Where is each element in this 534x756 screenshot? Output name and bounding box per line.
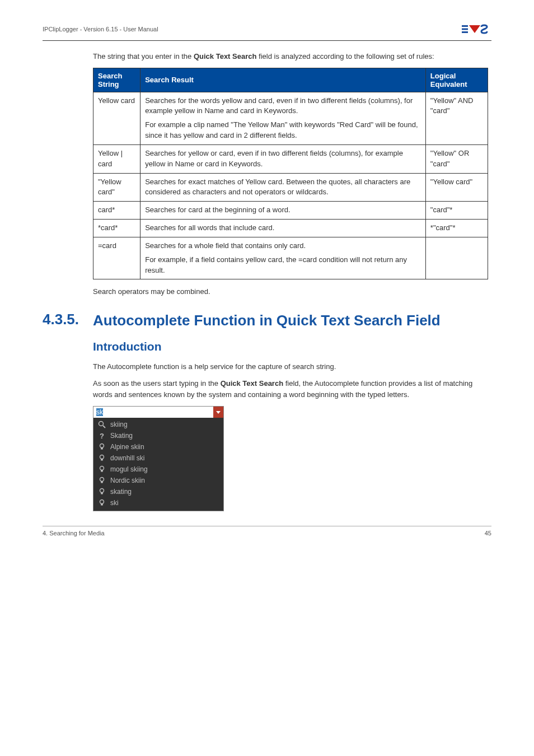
- svg-line-4: [103, 426, 105, 428]
- autocomplete-example: sk skiing ? Skating: [93, 406, 224, 511]
- svg-point-3: [99, 422, 104, 426]
- cell-search-string: "Yellow card": [93, 173, 140, 202]
- autocomplete-input-value: sk: [96, 408, 103, 416]
- intro-text-before: The string that you enter in the: [93, 52, 194, 60]
- bulb-icon: [98, 488, 106, 496]
- page-footer: 4. Searching for Media 45: [43, 526, 491, 536]
- bulb-icon: [98, 499, 106, 507]
- table-row: =card Searches for a whole field that co…: [93, 237, 488, 279]
- paragraph: The Autocomplete function is a help serv…: [93, 361, 488, 372]
- autocomplete-item-label: mogul skiing: [110, 465, 148, 473]
- svg-point-8: [100, 455, 104, 459]
- page-header: IPClipLogger - Version 6.15 - User Manua…: [43, 21, 491, 41]
- cell-search-result: Searches for yellow or card, even if in …: [140, 144, 426, 173]
- autocomplete-input[interactable]: sk: [93, 407, 213, 418]
- cell-logical-equivalent: [425, 237, 488, 279]
- cell-search-result: Searches for a whole field that contains…: [140, 237, 426, 279]
- cell-search-string: Yellow | card: [93, 144, 140, 173]
- autocomplete-item[interactable]: ski: [93, 497, 223, 508]
- autocomplete-item-label: Nordic skiin: [110, 477, 145, 484]
- autocomplete-item-label: Skating: [110, 432, 133, 440]
- cell-para: Searches for card at the beginning of a …: [145, 205, 421, 216]
- section-heading-row: 4.3.5. Autocomplete Function in Quick Te…: [43, 311, 491, 330]
- search-rules-table: Search String Search Result Logical Equi…: [93, 68, 488, 280]
- cell-search-result: Searches for the words yellow and card, …: [140, 92, 426, 144]
- svg-rect-15: [101, 493, 103, 494]
- cell-search-result: Searches for all words that include card…: [140, 220, 426, 237]
- svg-rect-0: [462, 25, 468, 27]
- subsection-title: Introduction: [93, 340, 488, 353]
- autocomplete-item-label: skating: [110, 488, 132, 496]
- autocomplete-item[interactable]: Alpine skiin: [93, 441, 223, 452]
- autocomplete-item-label: downhill ski: [110, 454, 144, 462]
- svg-point-6: [100, 444, 104, 448]
- cell-logical-equivalent: "Yellow" AND "card": [425, 92, 488, 144]
- table-row: Yellow card Searches for the words yello…: [93, 92, 488, 144]
- autocomplete-item[interactable]: skating: [93, 486, 223, 497]
- section-number: 4.3.5.: [43, 311, 93, 328]
- magnifier-icon: [98, 421, 106, 428]
- svg-point-12: [100, 478, 104, 482]
- cell-search-result: Searches for card at the beginning of a …: [140, 202, 426, 220]
- cell-para: Searches for the words yellow and card, …: [145, 96, 421, 117]
- table-row: "Yellow card" Searches for exact matches…: [93, 173, 488, 202]
- svg-rect-13: [101, 482, 103, 483]
- bulb-icon: [98, 454, 106, 462]
- operators-combined-note: Search operators may be combined.: [93, 287, 488, 296]
- autocomplete-item[interactable]: mogul skiing: [93, 464, 223, 475]
- svg-point-16: [100, 500, 104, 504]
- col-header-search-result: Search Result: [140, 68, 426, 92]
- autocomplete-dropdown-button[interactable]: [213, 407, 223, 418]
- autocomplete-item-label: skiing: [110, 421, 128, 428]
- autocomplete-item[interactable]: ? Skating: [93, 430, 223, 441]
- para2-text1: As soon as the users start typing in the: [93, 379, 221, 388]
- table-row: card* Searches for card at the beginning…: [93, 202, 488, 220]
- autocomplete-item-label: Alpine skiin: [110, 443, 144, 451]
- chevron-down-icon: [216, 411, 221, 414]
- svg-point-14: [100, 489, 104, 493]
- col-header-logical-equivalent: Logical Equivalent: [425, 68, 488, 92]
- footer-page-number: 45: [485, 530, 491, 536]
- intro-bold: Quick Text Search: [194, 52, 256, 60]
- table-row: Yellow | card Searches for yellow or car…: [93, 144, 488, 173]
- autocomplete-list: skiing ? Skating Alpine skiin: [93, 418, 223, 511]
- cell-logical-equivalent: "Yellow card": [425, 173, 488, 202]
- autocomplete-item-label: ski: [110, 499, 119, 507]
- autocomplete-item[interactable]: Nordic skiin: [93, 475, 223, 486]
- paragraph: As soon as the users start typing in the…: [93, 378, 488, 400]
- svg-text:?: ?: [100, 432, 104, 440]
- cell-search-result: Searches for exact matches of Yellow car…: [140, 173, 426, 202]
- svg-rect-17: [101, 504, 103, 506]
- svg-rect-2: [462, 31, 468, 33]
- cell-para: Searches for yellow or card, even if in …: [145, 148, 421, 170]
- svg-rect-1: [462, 29, 468, 30]
- question-icon: ?: [98, 432, 106, 440]
- cell-para: Searches for a whole field that contains…: [145, 241, 421, 251]
- cell-para: Searches for exact matches of Yellow car…: [145, 177, 421, 198]
- col-header-search-string: Search String: [93, 68, 140, 92]
- section-title: Autocomplete Function in Quick Text Sear…: [93, 311, 491, 330]
- cell-search-string: card*: [93, 202, 140, 220]
- svg-rect-9: [101, 459, 103, 461]
- svg-rect-11: [101, 470, 103, 472]
- doc-title: IPClipLogger - Version 6.15 - User Manua…: [43, 26, 158, 32]
- autocomplete-item[interactable]: skiing: [93, 419, 223, 430]
- bulb-icon: [98, 465, 106, 473]
- table-row: *card* Searches for all words that inclu…: [93, 220, 488, 237]
- para2-bold: Quick Text Search: [221, 379, 283, 388]
- intro-text-after: field is analyzed according to the follo…: [256, 52, 434, 60]
- footer-left: 4. Searching for Media: [43, 530, 105, 536]
- svg-rect-7: [101, 448, 103, 450]
- cell-para: For example a clip named "The Yellow Man…: [145, 120, 421, 141]
- bulb-icon: [98, 443, 106, 451]
- cell-para: For example, if a field contains yellow …: [145, 255, 421, 276]
- intro-paragraph: The string that you enter in the Quick T…: [93, 51, 488, 62]
- bulb-icon: [98, 477, 106, 484]
- svg-point-10: [100, 466, 104, 470]
- cell-logical-equivalent: "card"*: [425, 202, 488, 220]
- autocomplete-input-row: sk: [93, 407, 223, 418]
- autocomplete-item[interactable]: downhill ski: [93, 452, 223, 464]
- cell-search-string: =card: [93, 237, 140, 279]
- cell-logical-equivalent: *"card"*: [425, 220, 488, 237]
- cell-para: Searches for all words that include card…: [145, 223, 421, 234]
